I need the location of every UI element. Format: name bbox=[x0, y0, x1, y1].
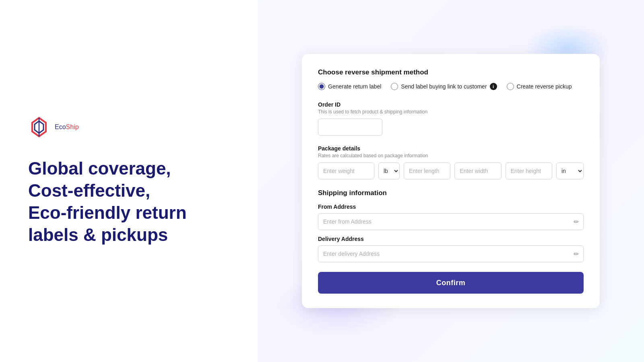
radio-label-reverse-pickup: Create reverse pickup bbox=[517, 83, 572, 90]
shipment-method-radio-group: Generate return label Send label buying … bbox=[318, 83, 584, 90]
shipment-method-group: Choose reverse shipment method Generate … bbox=[318, 68, 584, 90]
radio-option-send-link[interactable]: Send label buying link to customer i bbox=[391, 83, 497, 90]
height-input[interactable] bbox=[506, 162, 552, 179]
logo-icon bbox=[28, 116, 50, 138]
logo: EcoShip bbox=[28, 116, 229, 138]
logo-ship: Ship bbox=[66, 123, 79, 130]
left-panel: EcoShip Global coverage, Cost-effective,… bbox=[0, 0, 258, 362]
right-panel: Choose reverse shipment method Generate … bbox=[258, 0, 644, 362]
length-input[interactable] bbox=[404, 162, 450, 179]
from-address-edit-icon[interactable]: ✏ bbox=[574, 218, 579, 226]
logo-text: EcoShip bbox=[55, 123, 79, 131]
radio-label-generate: Generate return label bbox=[328, 83, 381, 90]
radio-option-generate[interactable]: Generate return label bbox=[318, 83, 381, 90]
package-details-sublabel: Rates are calculated based on package in… bbox=[318, 153, 584, 158]
shipping-info-section: Shipping information From Address ✏ Deli… bbox=[318, 189, 584, 262]
package-details-label: Package details bbox=[318, 145, 584, 152]
package-details-group: Package details Rates are calculated bas… bbox=[318, 145, 584, 179]
width-input[interactable] bbox=[454, 162, 501, 179]
dimensions-row: lb kg in cm bbox=[318, 162, 584, 179]
delivery-address-edit-icon[interactable]: ✏ bbox=[574, 250, 579, 258]
radio-send-label-link[interactable] bbox=[391, 83, 398, 90]
radio-create-reverse-pickup[interactable] bbox=[507, 83, 514, 90]
order-id-label: Order ID bbox=[318, 101, 584, 108]
tagline: Global coverage, Cost-effective, Eco-fri… bbox=[28, 157, 229, 246]
radio-generate-return-label[interactable] bbox=[318, 83, 325, 90]
weight-input[interactable] bbox=[318, 162, 374, 179]
from-address-wrapper: ✏ bbox=[318, 213, 584, 230]
logo-eco: Eco bbox=[55, 123, 66, 130]
shipping-info-title: Shipping information bbox=[318, 189, 584, 197]
radio-option-reverse-pickup[interactable]: Create reverse pickup bbox=[507, 83, 572, 90]
delivery-address-wrapper: ✏ bbox=[318, 245, 584, 262]
order-id-sublabel: This is used to fetch product & shipping… bbox=[318, 109, 584, 115]
delivery-address-input[interactable] bbox=[318, 245, 584, 262]
weight-unit-select[interactable]: lb kg bbox=[378, 162, 400, 179]
dimension-unit-select[interactable]: in cm bbox=[556, 162, 584, 179]
order-id-group: Order ID This is used to fetch product &… bbox=[318, 101, 584, 136]
from-address-label: From Address bbox=[318, 204, 584, 210]
form-card: Choose reverse shipment method Generate … bbox=[302, 54, 600, 308]
info-icon[interactable]: i bbox=[490, 83, 497, 90]
delivery-address-label: Delivery Address bbox=[318, 236, 584, 242]
order-id-input[interactable] bbox=[318, 119, 382, 136]
radio-label-send-link: Send label buying link to customer bbox=[401, 83, 487, 90]
shipment-method-title: Choose reverse shipment method bbox=[318, 68, 584, 76]
confirm-button[interactable]: Confirm bbox=[318, 272, 584, 294]
from-address-input[interactable] bbox=[318, 213, 584, 230]
